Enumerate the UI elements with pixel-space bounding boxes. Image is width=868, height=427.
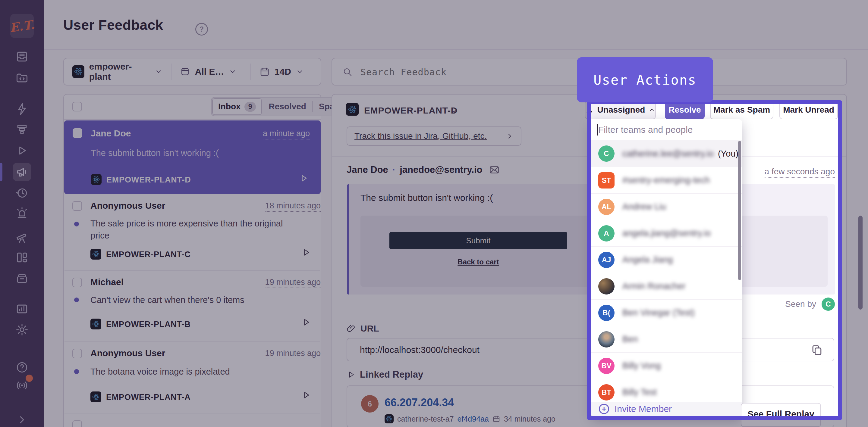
item-checkbox[interactable] [72,277,82,287]
calendar-icon [493,415,500,423]
sidebar-item-releases[interactable] [13,269,31,287]
reporter-row: Jane Doe · janedoe@sentry.io [347,164,500,175]
linked-replay-header[interactable]: Linked Replay [347,369,423,380]
member-row[interactable]: B( Ben Vinegar (Test) [591,299,742,326]
sidebar-item-settings[interactable] [13,321,31,339]
member-row[interactable]: A angela.jiang@sentry.io [591,220,742,246]
sidebar-item-stats[interactable] [13,300,31,318]
item-checkbox[interactable] [73,128,82,138]
member-row[interactable]: BT Billy Test [591,379,742,405]
item-time[interactable]: a minute ago [263,129,310,139]
sidebar-item-replays[interactable] [13,141,31,160]
replay-user-avatar: 6 [361,395,378,413]
track-issue-button[interactable]: Track this issue in Jira, GitHub, etc. [347,127,521,146]
member-row[interactable]: ST #sentry-emerging-tech [591,167,742,193]
replay-time: 34 minutes ago [504,415,555,423]
member-name: Billy Test [622,387,657,397]
mark-read-envelope-icon[interactable] [489,164,500,175]
invite-member-button[interactable]: + Invite Member [591,402,742,416]
chevron-down-icon [155,68,162,75]
detail-project-selector[interactable]: EMPOWER-PLANT-D [364,105,458,116]
item-sender: Anonymous User [90,348,165,358]
date-range-filter[interactable]: 14D [251,58,321,85]
sidebar-item-help[interactable] [13,358,31,376]
member-row[interactable]: Armin Ronacher [591,273,742,299]
member-row[interactable]: C catherine.lee@sentry.io (You) [591,140,742,167]
replay-ip-link[interactable]: 66.207.204.34 [384,396,454,409]
copy-icon[interactable] [810,343,824,357]
play-replay-icon[interactable] [299,173,309,183]
unread-dot [74,297,79,302]
see-full-replay-button[interactable]: See Full Replay [741,403,821,427]
member-name: Andrew Liu [622,202,666,212]
telescope-icon [16,231,29,244]
screenshot-submit-button: Submit [390,232,567,249]
project-filter[interactable]: empower-plant [64,58,171,85]
date-range-value: 14D [275,67,291,77]
play-replay-icon[interactable] [301,318,311,327]
react-project-icon [90,249,101,260]
mailbox-tabs: Inbox 9 Resolved Spam [211,97,348,116]
user-actions-callout: User Actions [577,57,713,102]
sidebar-item-projects[interactable] [13,69,31,87]
sentry-logo[interactable]: E.T. [10,14,34,38]
replay-hash-link[interactable]: ef4d94aa [458,415,489,423]
folder-code-icon [16,71,29,85]
unread-dot [74,222,79,226]
sidebar-item-profiling[interactable] [13,121,31,138]
chevron-down-icon [229,68,237,75]
sidebar-item-crons[interactable] [13,184,31,202]
item-time[interactable]: 19 minutes ago [265,349,321,359]
stats-icon [16,302,29,316]
resolve-button[interactable]: Resolve [665,101,705,119]
item-project: EMPOWER-PLANT-A [106,393,190,402]
chevron-down-icon[interactable] [450,107,458,115]
feedback-item-selected[interactable]: Jane Doe a minute ago The submit button … [64,121,321,194]
sidebar-collapse-button[interactable] [13,411,31,427]
item-checkbox[interactable] [72,201,82,211]
sidebar-item-dashboards[interactable] [13,249,31,266]
react-project-icon [72,65,84,78]
plus-circle-icon: + [599,404,609,414]
member-row[interactable]: Ben [591,326,742,352]
sidebar-item-performance[interactable] [13,100,31,118]
member-row[interactable]: BV Billy Vong [591,352,742,379]
siren-icon [16,206,29,219]
sidebar-item-alerts[interactable] [13,203,31,222]
sidebar-item-issues[interactable] [13,47,31,66]
item-checkbox[interactable] [72,420,82,427]
sidebar-item-explore[interactable] [13,228,31,246]
environment-filter[interactable]: All E… [172,58,250,85]
mark-unread-button[interactable]: Mark Unread [779,101,838,119]
assignee-dropdown-button[interactable]: Unassigned [585,101,656,119]
sidebar: E.T. [0,0,44,427]
page-help-icon[interactable]: ? [195,23,208,36]
search-icon [342,67,352,77]
assignee-dropdown: C catherine.lee@sentry.io (You) ST #sent… [591,119,742,416]
team-avatar: ST [598,172,615,189]
active-nav-indicator [0,163,2,181]
select-all-checkbox[interactable] [72,102,82,111]
assignee-filter-input[interactable] [598,122,732,138]
react-project-icon [91,174,101,185]
inbox-count-badge: 9 [244,102,256,112]
item-checkbox[interactable] [72,349,82,358]
dropdown-scrollbar[interactable] [738,141,741,280]
sidebar-item-feedback[interactable] [13,163,31,181]
tab-inbox[interactable]: Inbox 9 [212,98,262,115]
item-message: Can't view the cart when there's 0 items [90,294,244,306]
play-replay-icon[interactable] [301,390,311,400]
avatar: A [598,225,615,241]
item-time[interactable]: 18 minutes ago [265,201,321,212]
item-project: EMPOWER-PLANT-C [106,250,190,259]
sidebar-item-whats-new[interactable] [13,376,31,394]
member-row[interactable]: AJ Angela Jiang [591,246,742,273]
detail-timestamp[interactable]: a few seconds ago [765,167,835,178]
mark-as-spam-button[interactable]: Mark as Spam [710,101,773,119]
tab-resolved[interactable]: Resolved [262,98,312,116]
member-row[interactable]: AL Andrew Liu [591,193,742,220]
play-replay-icon[interactable] [301,248,311,257]
page-scrollbar[interactable] [858,216,863,309]
member-name: Ben [622,334,638,344]
item-time[interactable]: 19 minutes ago [265,277,321,288]
